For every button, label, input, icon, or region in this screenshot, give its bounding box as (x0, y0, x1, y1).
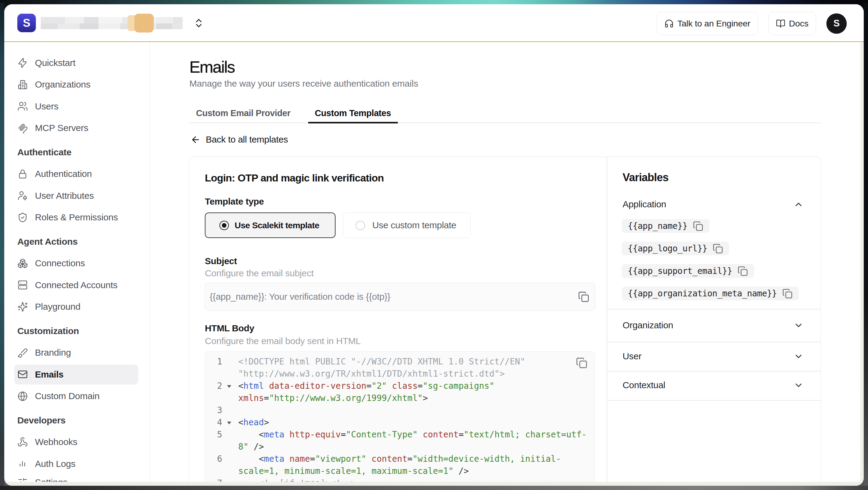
tab-bar: Custom Email ProviderCustom Templates (189, 104, 821, 123)
sidebar-item-highlight (14, 96, 138, 116)
copy-subject-button[interactable] (578, 291, 589, 302)
sidebar-item-connections[interactable]: Connections (4, 253, 150, 274)
sidebar-item-connected-accounts[interactable]: Connected Accounts (4, 274, 150, 296)
copy-variable-button[interactable] (782, 288, 793, 299)
top-bar: S Talk to an Engineer Docs S (4, 4, 864, 42)
redacted-block (156, 17, 173, 23)
user-avatar[interactable]: S (826, 13, 847, 34)
code-line-text: "http://www.w3.org/TR/xhtml1/DTD/xhtml1-… (238, 368, 595, 380)
brush-icon (17, 347, 28, 358)
sidebar-item-roles-permissions[interactable]: Roles & Permissions (4, 207, 150, 228)
page-title: Emails (189, 59, 235, 75)
arrow-left-icon (191, 135, 200, 145)
chevron-up-icon (794, 200, 804, 209)
docs-button[interactable]: Docs (768, 12, 816, 35)
variables-section-user[interactable]: User (607, 349, 821, 364)
code-line: 6 <meta name="viewport" content="width=d… (205, 453, 595, 465)
sidebar-section-label: Agent Actions (17, 237, 78, 247)
brush-icon (17, 347, 28, 358)
sidebar-item-label: Playground (35, 302, 81, 312)
code-fold-spacer (222, 453, 238, 465)
option-scalekit-template[interactable]: Use Scalekit template (205, 212, 336, 238)
subject-input[interactable]: {{app_name}}: Your verification code is … (205, 283, 595, 311)
sidebar-item-branding[interactable]: Branding (4, 342, 150, 364)
code-line-text: <meta http-equiv="Content-Type" content=… (238, 429, 595, 441)
variables-divider (607, 309, 821, 309)
sidebar-item-label: Authentication (35, 169, 92, 179)
copy-icon (738, 266, 748, 276)
sidebar-item-user-attributes[interactable]: User Attributes (4, 185, 150, 207)
sidebar-item-authentication[interactable]: Authentication (4, 163, 150, 185)
copy-variable-button[interactable] (693, 221, 703, 231)
template-type-label: Template type (205, 196, 264, 207)
sidebar-item-quickstart[interactable]: Quickstart (4, 52, 150, 74)
template-type-options: Use Scalekit templateUse custom template (205, 212, 471, 238)
redacted-block (80, 23, 98, 29)
sidebar-item-mcp-servers[interactable]: MCP Servers (4, 117, 150, 139)
org-name-redacted (41, 17, 183, 29)
sidebar-item-label: Branding (35, 347, 71, 358)
variables-title: Variables (623, 171, 669, 184)
option-custom-template[interactable]: Use custom template (343, 212, 471, 238)
sidebar-item-custom-domain[interactable]: Custom Domain (4, 386, 150, 407)
variables-divider (607, 400, 821, 401)
redacted-block (173, 17, 183, 23)
code-line: 5 <meta http-equiv="Content-Type" conten… (205, 429, 595, 441)
code-fold-spacer (222, 429, 238, 441)
tab-custom-email-provider[interactable]: Custom Email Provider (189, 104, 297, 123)
globe-icon (17, 391, 28, 402)
code-line-text: <head> (238, 417, 595, 429)
mail-icon (17, 369, 28, 380)
code-line: 2<html data-editor-version="2" class="sg… (205, 380, 595, 392)
redacted-block (172, 23, 183, 29)
talk-to-engineer-button[interactable]: Talk to an Engineer (657, 12, 758, 35)
sidebar-item-label: Auth Logs (35, 459, 75, 469)
window-bottom-gutter (4, 482, 864, 486)
variable-chip: {{app_name}} (622, 219, 709, 233)
boxes-icon (17, 258, 28, 269)
redacted-block (98, 17, 122, 23)
sidebar-item-users[interactable]: Users (4, 95, 150, 117)
template-heading: Login: OTP and magic link verification (205, 172, 384, 184)
code-line-text: <html data-editor-version="2" class="sg-… (238, 380, 595, 392)
option-label: Use custom template (372, 220, 456, 231)
code-line-number: 6 (205, 453, 222, 465)
variables-section-organization[interactable]: Organization (607, 318, 821, 333)
sidebar-item-label: MCP Servers (35, 123, 88, 133)
code-fold-spacer (222, 356, 238, 368)
code-fold-icon[interactable] (222, 417, 238, 429)
copy-html-body-button[interactable] (576, 357, 587, 369)
talk-to-engineer-label: Talk to an Engineer (677, 19, 750, 29)
copy-icon (578, 291, 589, 302)
sidebar-section-label: Authenticate (17, 147, 71, 157)
sidebar-item-emails[interactable]: Emails (4, 364, 150, 386)
sidebar-item-webhooks[interactable]: Webhooks (4, 431, 150, 453)
code-line-number: 5 (205, 429, 222, 441)
chevrons-up-down-icon (193, 18, 204, 29)
copy-icon (576, 357, 587, 369)
html-body-editor[interactable]: 1<!DOCTYPE html PUBLIC "-//W3C//DTD XHTM… (205, 351, 595, 486)
chevron-down-icon (794, 320, 804, 330)
code-fold-spacer (222, 465, 238, 477)
book-open-icon (776, 19, 785, 28)
tab-custom-templates[interactable]: Custom Templates (308, 104, 398, 123)
copy-variable-button[interactable] (713, 243, 723, 254)
lock-icon (17, 169, 28, 179)
code-line-number: 3 (205, 404, 222, 417)
building-icon (17, 79, 28, 90)
redacted-block (98, 23, 120, 29)
org-switcher[interactable] (193, 18, 205, 29)
bar-chart-icon (17, 458, 28, 469)
back-to-templates-link[interactable]: Back to all templates (191, 133, 288, 146)
sidebar-item-label: Connections (35, 258, 85, 268)
code-fold-icon[interactable] (222, 380, 238, 392)
webhook-icon (17, 437, 28, 448)
variable-chip: {{app_organization_meta_name}} (622, 287, 799, 300)
sidebar-item-playground[interactable]: Playground (4, 296, 150, 318)
variable-chip-text: {{app_logo_url}} (628, 243, 708, 253)
variables-section-contextual[interactable]: Contextual (607, 378, 821, 392)
copy-variable-button[interactable] (738, 266, 748, 276)
variables-section-application[interactable]: Application (607, 197, 821, 212)
sidebar-item-organizations[interactable]: Organizations (4, 74, 150, 96)
lock-icon (17, 169, 28, 179)
